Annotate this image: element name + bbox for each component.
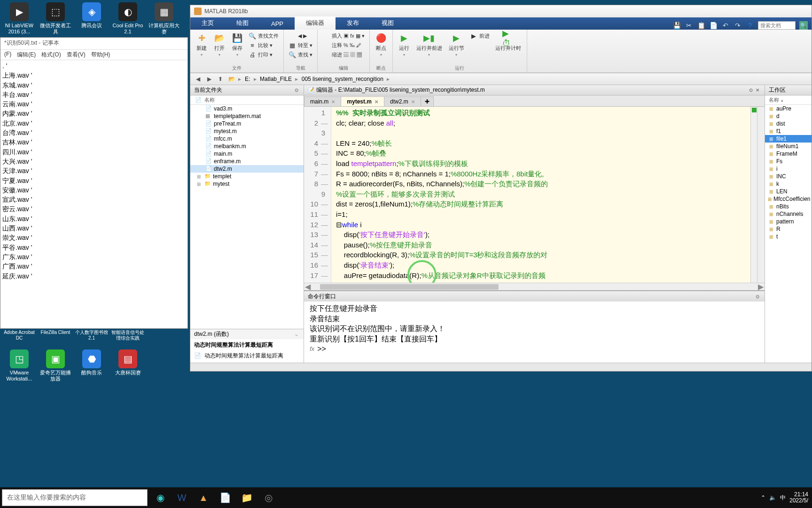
editor-scrollbar-v[interactable] — [757, 107, 765, 283]
tray-ime[interactable]: 中 — [780, 494, 786, 502]
editor-tab[interactable]: mytest.m✕ — [341, 96, 384, 106]
workspace-var[interactable]: ⊞FrameM — [765, 150, 812, 158]
code-line[interactable]: i=1; — [336, 209, 746, 220]
media-icon[interactable]: ◎ — [258, 487, 279, 508]
desktop-icon[interactable]: ▶NI LabVIEW 2016 (3... — [2, 2, 36, 38]
details-collapse-icon[interactable]: ⌵ — [293, 331, 300, 338]
code-line[interactable]: INC = 80;%帧叠 — [336, 148, 746, 159]
folder-row[interactable]: 📄main.m — [190, 150, 304, 158]
notepad-menu-item[interactable]: 查看(V) — [67, 51, 86, 59]
folder-row[interactable]: 📄melbankm.m — [190, 143, 304, 150]
desktop-icon[interactable]: ⬚微信开发者工具 — [39, 2, 72, 38]
folder-row[interactable]: 📄enframe.m — [190, 158, 304, 165]
notepad-menu-item[interactable]: (F) — [4, 51, 11, 59]
up-icon[interactable]: ⬆ — [216, 74, 225, 84]
code-line[interactable]: recordblocking(R, 3);%设置录音的时间T=3秒和这段音频存放… — [336, 250, 746, 260]
path-segment[interactable]: E: — [243, 75, 252, 83]
desktop-icon[interactable]: ▦计算机应用大赛 — [147, 2, 181, 38]
close-icon[interactable]: ✕ — [331, 99, 335, 104]
tray-date[interactable]: 2022/5/ — [789, 498, 808, 504]
paste-icon[interactable]: 📄 — [709, 21, 718, 30]
workspace-var[interactable]: ⊞k — [765, 180, 812, 188]
fwd-icon[interactable]: ▶ — [204, 74, 214, 84]
code-line[interactable]: %设置一个循环，能够多次录音并测试 — [336, 189, 746, 199]
scrollbar-thumb[interactable] — [320, 284, 499, 290]
toolstrip-small-button[interactable]: 缩进 ▤ ▥ ▦ — [321, 50, 366, 59]
workspace-var[interactable]: ⊞MfccCoefficien — [765, 195, 812, 203]
explorer-icon[interactable]: 📁 — [236, 487, 258, 508]
folder-row[interactable]: 📄vad3.m — [190, 105, 304, 112]
code-line[interactable]: disp('录音结束'); — [336, 260, 746, 270]
ribbon-tab[interactable]: 主页 — [190, 16, 225, 30]
workspace-var[interactable]: ⊞nChannels — [765, 210, 812, 218]
code-line[interactable]: dist = zeros(1,fileNum1);%存储动态时间规整计算距离 — [336, 199, 746, 209]
toolstrip-small-button[interactable]: 🖨打印 ▾ — [248, 50, 280, 59]
toolstrip-small-button[interactable]: ◀ ▶ — [288, 32, 313, 40]
notepad-menu-item[interactable]: 帮助(H) — [91, 51, 110, 59]
code-line[interactable]: ⊟while i — [336, 220, 746, 230]
code-line[interactable]: R = audiorecorder(Fs, nBits, nChannels);… — [336, 179, 746, 189]
code-line[interactable]: %% 实时录制孤立词识别测试 — [336, 108, 746, 118]
tray-chevron-icon[interactable]: ⌃ — [761, 494, 765, 501]
taskbar-search[interactable]: 在这里输入你要搜索的内容 — [2, 489, 148, 506]
cmd-prompt[interactable]: fx>> — [310, 344, 759, 354]
toolstrip-small-button[interactable]: ≡比较 ▾ — [248, 41, 280, 49]
code-line[interactable]: disp('按下任意键开始录音'); — [336, 230, 746, 240]
workspace-var[interactable]: ⊞INC — [765, 173, 812, 180]
code-line[interactable]: clc; clear; close all; — [336, 118, 746, 128]
folder-header[interactable]: 📄 名称 — [190, 95, 304, 105]
workspace-var[interactable]: ⊞LEN — [765, 188, 812, 195]
new-tab-button[interactable]: ✚ — [421, 96, 434, 106]
editor-tab[interactable]: main.m✕ — [304, 96, 341, 106]
doc-search-button[interactable]: 🔍 — [799, 21, 808, 30]
toolstrip-button[interactable]: ▶运行▾ — [397, 32, 412, 58]
edge-icon[interactable]: ◉ — [149, 487, 171, 508]
workspace-var[interactable]: ⊞f1 — [765, 127, 812, 135]
ribbon-tab[interactable]: 绘图 — [225, 16, 260, 30]
desktop-icon[interactable]: ◐Cool Edit Pro 2.1 — [111, 2, 145, 38]
code-line[interactable]: pause();%按任意键开始录音 — [336, 240, 746, 250]
ribbon-tab[interactable]: 发布 — [336, 16, 370, 30]
close-icon[interactable]: ✕ — [375, 99, 378, 104]
code-line[interactable]: LEN = 240;%帧长 — [336, 138, 746, 149]
panel-menu-icon[interactable]: ⊙ — [293, 87, 300, 94]
desktop-icon[interactable]: ◈腾讯会议 — [75, 2, 109, 38]
ribbon-tab[interactable]: APP — [260, 18, 295, 30]
folder-row[interactable]: 📁mytest — [190, 180, 304, 188]
path-segment[interactable]: 005 lisening_system_recongition — [300, 75, 385, 83]
copy-icon[interactable]: 📋 — [697, 21, 705, 30]
fx-icon[interactable]: fx — [310, 345, 314, 353]
details-item[interactable]: 📄动态时间规整算法计算最短距离 — [194, 351, 300, 361]
toolstrip-small-button[interactable]: ▦转至 ▾ — [288, 41, 313, 49]
code-line[interactable]: load templetpattern;%下载训练得到的模板 — [336, 159, 746, 169]
toolstrip-button[interactable]: ▶▮运行并前进▾ — [414, 32, 444, 58]
workspace-var[interactable]: ⊞pattern — [765, 218, 812, 225]
path-segment[interactable]: Matlab_FILE — [258, 75, 294, 83]
code-line[interactable] — [336, 128, 746, 138]
tray-network-icon[interactable]: 🔈 — [769, 494, 776, 501]
word-icon[interactable]: W — [171, 487, 193, 508]
workspace-var[interactable]: ⊞dist — [765, 120, 812, 127]
notepad-menu-item[interactable]: 格式(O) — [41, 51, 61, 59]
code-line[interactable]: auPre= getaudiodata(R);%从音频记录对象R中获取记录到的音… — [336, 270, 746, 281]
doc-search-input[interactable] — [758, 21, 796, 30]
workspace-var[interactable]: ⊞d — [765, 112, 812, 120]
folder-row[interactable]: 📄mytest.m — [190, 127, 304, 135]
matlab-taskbar-icon[interactable]: ▲ — [193, 487, 214, 508]
workspace-header[interactable]: 名称 ▴ — [765, 95, 812, 105]
toolstrip-small-button[interactable]: 插入 ▣ fx ▦ ▾ — [321, 32, 366, 40]
folder-row[interactable]: 📄preTreat.m — [190, 120, 304, 127]
toolstrip-button[interactable]: ▶运行节▾ — [447, 32, 466, 58]
notepad-taskbar-icon[interactable]: 📄 — [214, 487, 236, 508]
toolstrip-small-button[interactable]: ▶前进 — [469, 32, 491, 40]
desktop-icon[interactable]: ▣爱奇艺万能播放器 — [39, 349, 72, 385]
desktop-icon[interactable]: ◳VMware Workstati... — [2, 349, 36, 385]
workspace-var[interactable]: ⊞Fs — [765, 158, 812, 165]
command-window-body[interactable]: 按下任意键开始录音录音结束该识别词不在识别范围中，请重新录入！重新识别【按1回车… — [304, 302, 765, 371]
back-icon[interactable]: ◀ — [193, 74, 203, 84]
editor-tab[interactable]: dtw2.m✕ — [384, 96, 421, 106]
workspace-var[interactable]: ⊞nBits — [765, 203, 812, 210]
toolstrip-small-button[interactable]: 🔍查找文件 — [248, 32, 280, 40]
code-line[interactable] — [336, 280, 746, 283]
desktop-icon[interactable]: ▤大唐杯国赛 — [111, 349, 145, 385]
